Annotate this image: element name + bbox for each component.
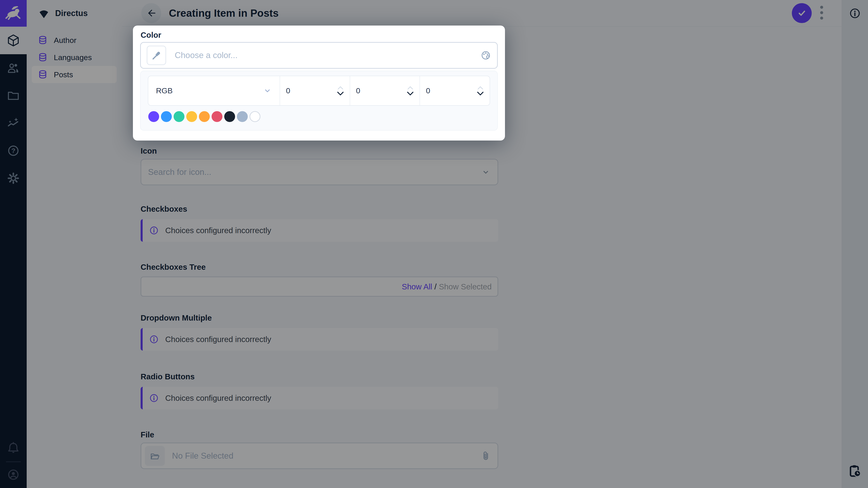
rgb-row: RGB 0 0 0	[148, 76, 490, 106]
color-swatch[interactable]	[224, 111, 235, 122]
blue-value-input[interactable]: 0	[420, 76, 490, 105]
color-mode-select[interactable]: RGB	[148, 76, 280, 105]
stepper-down-icon[interactable]	[337, 92, 344, 96]
red-value: 0	[286, 86, 290, 95]
color-input[interactable]: Choose a color...	[140, 42, 498, 69]
number-stepper[interactable]	[337, 86, 344, 96]
stepper-up-icon[interactable]	[338, 86, 343, 90]
color-mode-value: RGB	[156, 86, 173, 95]
eyedropper-button[interactable]	[147, 46, 166, 65]
input-placeholder: Choose a color...	[175, 51, 238, 60]
blue-value: 0	[426, 86, 430, 95]
color-picker-popover: Color Choose a color... RGB	[133, 26, 505, 140]
stepper-up-icon[interactable]	[477, 86, 483, 90]
stepper-down-icon[interactable]	[407, 92, 414, 96]
color-swatch[interactable]	[237, 111, 248, 122]
palette-icon[interactable]	[480, 50, 491, 61]
stepper-down-icon[interactable]	[477, 92, 484, 96]
chevron-down-icon	[263, 86, 272, 95]
color-swatch[interactable]	[186, 111, 197, 122]
color-picker-panel: RGB 0 0 0	[140, 71, 498, 131]
green-value: 0	[356, 86, 360, 95]
swatch-row	[148, 111, 260, 122]
color-swatch[interactable]	[174, 111, 184, 122]
number-stepper[interactable]	[477, 86, 484, 96]
field-label: Color	[141, 31, 161, 39]
red-value-input[interactable]: 0	[280, 76, 350, 105]
stepper-up-icon[interactable]	[407, 86, 413, 90]
color-swatch[interactable]	[148, 111, 159, 122]
number-stepper[interactable]	[407, 86, 414, 96]
color-swatch[interactable]	[161, 111, 172, 122]
color-swatch[interactable]	[250, 111, 260, 122]
green-value-input[interactable]: 0	[350, 76, 420, 105]
eyedropper-icon	[151, 50, 162, 61]
color-swatch[interactable]	[199, 111, 210, 122]
color-swatch[interactable]	[212, 111, 222, 122]
